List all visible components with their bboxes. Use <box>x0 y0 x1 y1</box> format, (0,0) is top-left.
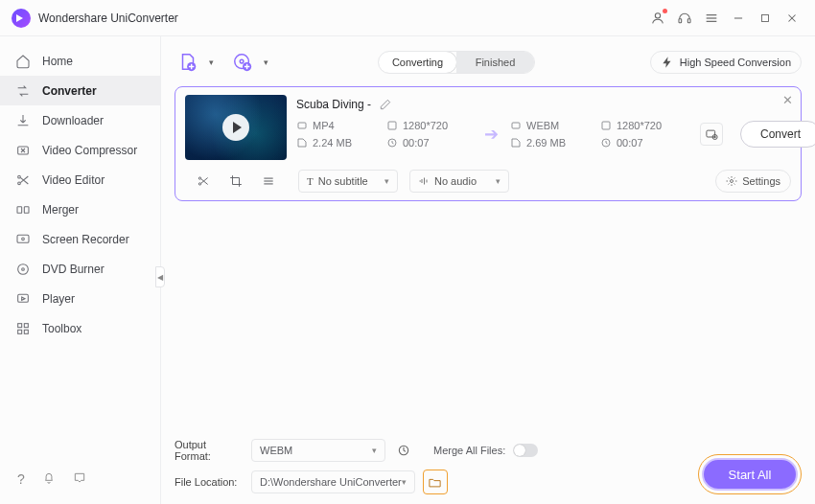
disc-icon <box>15 262 31 277</box>
sidebar-label: Merger <box>42 203 79 217</box>
feedback-icon[interactable] <box>73 471 86 487</box>
svg-rect-29 <box>388 122 396 129</box>
trim-icon[interactable] <box>197 174 210 188</box>
toolbox-icon <box>15 321 31 336</box>
app-logo <box>12 9 31 28</box>
dst-res: 1280*720 <box>617 120 662 131</box>
file-location-select[interactable]: D:\Wondershare UniConverter ▾ <box>251 470 415 493</box>
svg-rect-15 <box>17 235 29 242</box>
svg-point-11 <box>18 175 21 178</box>
dst-dur: 00:07 <box>617 137 643 149</box>
start-all-button[interactable]: Start All <box>702 458 798 491</box>
svg-point-12 <box>18 182 21 185</box>
item-settings-button[interactable]: Settings <box>715 170 791 193</box>
add-disc-dropdown[interactable]: ▾ <box>264 57 268 67</box>
add-file-dropdown[interactable]: ▾ <box>209 57 214 67</box>
sidebar-item-downloader[interactable]: Downloader <box>0 105 160 135</box>
svg-rect-1 <box>679 18 682 22</box>
arrow-icon: ➔ <box>484 124 499 145</box>
subtitle-select[interactable]: T No subtitle ▾ <box>298 170 398 193</box>
svg-rect-32 <box>602 122 610 129</box>
svg-rect-7 <box>762 14 769 21</box>
edit-title-icon[interactable] <box>379 98 392 111</box>
scissors-icon <box>15 172 31 188</box>
sidebar-label: Player <box>42 292 75 306</box>
subtitle-icon: T <box>307 175 314 187</box>
more-icon[interactable] <box>262 174 275 188</box>
sidebar-label: Video Editor <box>42 173 105 187</box>
dst-size: 2.69 MB <box>526 137 566 149</box>
crop-icon[interactable] <box>229 174 243 188</box>
svg-point-37 <box>198 183 200 185</box>
settings-label: Settings <box>742 175 780 187</box>
player-icon <box>15 291 31 307</box>
merge-icon <box>15 202 31 218</box>
sidebar-item-toolbox[interactable]: Toolbox <box>0 313 160 343</box>
item-title: Scuba Diving - <box>296 98 371 111</box>
svg-point-17 <box>18 263 29 274</box>
svg-rect-2 <box>687 18 690 22</box>
output-format-value: WEBM <box>260 445 292 456</box>
account-icon[interactable] <box>646 7 669 30</box>
src-size: 2.24 MB <box>313 137 352 149</box>
close-icon[interactable] <box>780 7 803 30</box>
converter-icon <box>15 83 31 99</box>
svg-point-0 <box>655 12 660 17</box>
output-format-select[interactable]: WEBM ▾ <box>251 439 385 462</box>
tab-segment: Converting Finished <box>378 51 535 74</box>
compress-icon <box>15 143 31 158</box>
svg-rect-28 <box>298 123 306 128</box>
audio-select[interactable]: No audio ▾ <box>409 170 509 193</box>
dst-format: WEBM <box>526 120 559 131</box>
chevron-down-icon: ▾ <box>402 477 407 487</box>
help-icon[interactable]: ? <box>17 471 25 487</box>
output-format-label: Output Format: <box>175 439 244 462</box>
svg-point-36 <box>198 177 200 179</box>
open-folder-icon[interactable] <box>425 471 446 493</box>
merge-toggle[interactable] <box>513 444 538 457</box>
recorder-icon <box>15 232 31 247</box>
sidebar-label: Home <box>42 55 73 68</box>
sidebar-item-converter[interactable]: Converter <box>0 76 160 105</box>
tab-finished[interactable]: Finished <box>456 52 534 73</box>
remove-item-icon[interactable]: ✕ <box>782 93 793 107</box>
sidebar: Home Converter Downloader Video Compress… <box>0 36 161 504</box>
output-settings-icon[interactable] <box>700 123 723 146</box>
high-speed-label: High Speed Conversion <box>680 57 791 68</box>
merge-label: Merge All Files: <box>433 445 505 456</box>
gpu-toggle-icon[interactable] <box>393 440 414 461</box>
svg-point-18 <box>22 267 25 270</box>
minimize-icon[interactable] <box>727 7 750 30</box>
conversion-item: ✕ Scuba Diving - <box>175 86 802 201</box>
svg-rect-21 <box>24 323 28 327</box>
sidebar-item-compressor[interactable]: Video Compressor <box>0 135 160 165</box>
svg-rect-22 <box>18 330 22 333</box>
sidebar-item-home[interactable]: Home <box>0 46 160 76</box>
sidebar-label: Screen Recorder <box>42 233 129 246</box>
sidebar-label: Toolbox <box>42 322 82 335</box>
bell-icon[interactable] <box>42 471 56 487</box>
play-icon <box>222 114 249 141</box>
home-icon <box>15 54 31 69</box>
high-speed-toggle[interactable]: High Speed Conversion <box>650 51 802 74</box>
convert-button[interactable]: Convert <box>740 121 815 148</box>
sidebar-item-dvd[interactable]: DVD Burner <box>0 254 160 284</box>
sidebar-label: Video Compressor <box>42 144 137 157</box>
maximize-icon[interactable] <box>754 7 777 30</box>
sidebar-item-recorder[interactable]: Screen Recorder <box>0 224 160 254</box>
svg-point-26 <box>240 59 244 63</box>
headset-icon[interactable] <box>673 7 696 30</box>
app-title: Wondershare UniConverter <box>38 11 178 25</box>
tab-converting[interactable]: Converting <box>378 51 457 74</box>
video-thumbnail[interactable] <box>185 95 287 160</box>
file-location-value: D:\Wondershare UniConverter <box>260 476 402 488</box>
sidebar-item-player[interactable]: Player <box>0 284 160 313</box>
svg-rect-14 <box>24 206 29 213</box>
add-file-button[interactable] <box>175 49 201 76</box>
chevron-down-icon: ▾ <box>496 176 501 186</box>
sidebar-item-editor[interactable]: Video Editor <box>0 165 160 195</box>
menu-icon[interactable] <box>700 7 723 30</box>
chevron-down-icon: ▾ <box>372 446 377 455</box>
add-disc-button[interactable] <box>229 49 256 76</box>
sidebar-item-merger[interactable]: Merger <box>0 195 160 224</box>
